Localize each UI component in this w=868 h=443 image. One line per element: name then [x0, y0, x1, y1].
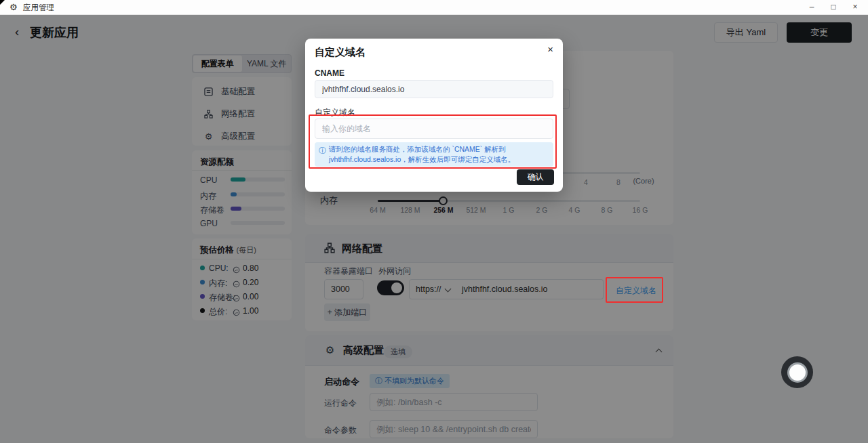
cname-value-field[interactable] [315, 80, 553, 98]
window-corner-artifact [0, 0, 5, 5]
close-window-button[interactable]: × [849, 2, 861, 12]
minimize-button[interactable]: – [806, 2, 818, 12]
annotation-box-domain-input [309, 114, 557, 169]
cursor-indicator [781, 356, 813, 388]
maximize-button[interactable]: □ [827, 2, 840, 12]
annotation-box-custom-domain-button [606, 277, 663, 303]
app-logo-icon: ⚙ [9, 2, 18, 12]
custom-domain-modal: 自定义域名 × CNAME 自定义域名 ⓘ 请到您的域名服务商处，添加该域名的 … [305, 39, 563, 192]
confirm-button[interactable]: 确认 [517, 169, 554, 185]
app-window: ⚙ 应用管理 – □ × ‹ 更新应用 导出 Yaml 变更 配置表单 YAML… [0, 0, 868, 443]
cursor-indicator-center [789, 364, 806, 381]
modal-title: 自定义域名 [315, 46, 366, 59]
cname-label: CNAME [315, 68, 344, 78]
window-titlebar: ⚙ 应用管理 – □ × [0, 0, 868, 15]
close-icon[interactable]: × [547, 43, 553, 55]
window-title: 应用管理 [23, 3, 54, 13]
